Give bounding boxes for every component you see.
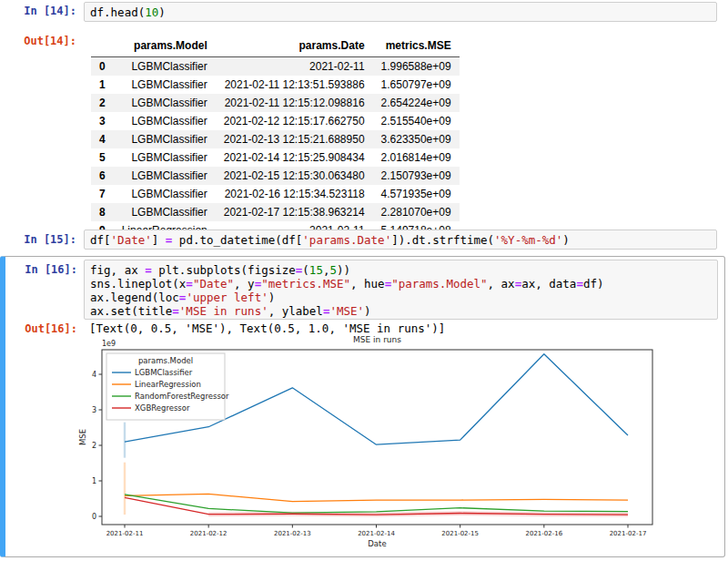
column-header: params.Date <box>216 35 373 57</box>
legend-label: XGBRegressor <box>135 403 190 413</box>
table-cell: 1.650797e+09 <box>373 76 460 94</box>
column-header: metrics.MSE <box>373 35 460 57</box>
table-cell: 3.623350e+09 <box>373 130 460 148</box>
code-line: fig, ax = plt.subplots(figsize=(15,5)) <box>90 263 712 277</box>
table-cell: 2021-02-11 12:13:51.593886 <box>216 76 373 94</box>
table-row: 4LGBMClassifier2021-02-13 12:15:21.68895… <box>91 130 460 148</box>
output-prompt: Out[14]: <box>0 35 76 47</box>
column-header <box>91 35 114 57</box>
output-prompt: Out[16]: <box>5 322 77 335</box>
code-line: ax.set(title='MSE in runs', ylabel='MSE'… <box>90 304 712 318</box>
table-cell: 2.150793e+09 <box>373 167 460 185</box>
row-index: 6 <box>91 167 114 185</box>
row-index: 0 <box>91 57 114 76</box>
table-cell: LGBMClassifier <box>114 57 216 76</box>
legend-label: RandomForestRegressor <box>135 392 229 401</box>
code-line: df['Date'] = pd.to_datetime(df['params.D… <box>90 233 711 247</box>
dataframe-table: params.Modelparams.Datemetrics.MSE0LGBMC… <box>91 35 460 240</box>
table-row: 6LGBMClassifier2021-02-15 12:15:30.06348… <box>91 167 460 185</box>
table-cell: LGBMClassifier <box>114 112 216 130</box>
column-header: params.Model <box>114 35 216 57</box>
table-row: 5LGBMClassifier2021-02-14 12:15:25.90843… <box>91 148 460 167</box>
svg-text:2021-02-16: 2021-02-16 <box>525 530 562 537</box>
svg-text:3: 3 <box>92 406 96 414</box>
notebook: In [14]: df.head(10) Out[14]: params.Mod… <box>0 0 728 561</box>
table-cell: 2021-02-17 12:15:38.963214 <box>216 203 373 221</box>
table-row: 7LGBMClassifier2021-02-16 12:15:34.52311… <box>91 185 460 203</box>
table-cell: 2021-02-11 12:15:12.098816 <box>216 94 373 112</box>
code-input[interactable]: fig, ax = plt.subplots(figsize=(15,5))sn… <box>84 260 718 320</box>
svg-text:4: 4 <box>92 371 96 379</box>
row-index: 5 <box>91 148 114 167</box>
input-prompt: In [15]: <box>0 233 76 246</box>
row-index: 2 <box>91 94 114 112</box>
code-input[interactable]: df['Date'] = pd.to_datetime(df['params.D… <box>84 230 717 250</box>
table-cell: LGBMClassifier <box>114 76 216 94</box>
table-cell: LGBMClassifier <box>114 130 216 148</box>
table-cell: LGBMClassifier <box>114 203 216 221</box>
table-row: 8LGBMClassifier2021-02-17 12:15:38.96321… <box>91 203 460 221</box>
svg-text:0: 0 <box>92 513 96 521</box>
x-axis-label: Date <box>368 539 386 548</box>
table-cell: 2.016814e+09 <box>373 148 460 167</box>
mse-line-chart: 012342021-02-112021-02-122021-02-132021-… <box>76 332 719 552</box>
table-cell: LGBMClassifier <box>114 167 216 185</box>
svg-text:2021-02-17: 2021-02-17 <box>610 530 647 537</box>
input-prompt: In [14]: <box>0 5 76 17</box>
row-index: 4 <box>91 130 114 148</box>
legend-label: LinearRegression <box>135 380 201 389</box>
table-row: 0LGBMClassifier2021-02-111.996588e+09 <box>91 57 460 76</box>
svg-text:2021-02-12: 2021-02-12 <box>190 530 228 537</box>
table-cell: 4.571935e+09 <box>373 185 460 203</box>
table-cell: LGBMClassifier <box>114 94 216 112</box>
svg-text:2021-02-13: 2021-02-13 <box>274 530 311 537</box>
input-prompt: In [16]: <box>5 263 77 276</box>
axis-offset-label: 1e9 <box>102 340 116 348</box>
table-cell: 2.281070e+09 <box>373 203 460 221</box>
selected-code-cell-16[interactable]: In [16]: fig, ax = plt.subplots(figsize=… <box>0 256 725 557</box>
table-cell: LGBMClassifier <box>114 148 216 167</box>
legend-title: params.Model <box>138 356 193 365</box>
table-row: 2LGBMClassifier2021-02-11 12:15:12.09881… <box>91 94 460 112</box>
table-cell: 2021-02-12 12:15:17.662750 <box>216 112 373 130</box>
table-cell: 2.515540e+09 <box>373 112 460 130</box>
svg-text:2021-02-14: 2021-02-14 <box>358 530 395 537</box>
row-index: 1 <box>91 76 114 94</box>
row-index: 8 <box>91 203 114 221</box>
code-line: sns.lineplot(x="Date", y="metrics.MSE", … <box>90 277 712 291</box>
svg-text:2021-02-11: 2021-02-11 <box>106 530 144 537</box>
row-index: 3 <box>91 112 114 130</box>
row-index: 7 <box>91 185 114 203</box>
table-cell: 2021-02-15 12:15:30.063480 <box>216 167 373 185</box>
svg-text:1: 1 <box>92 477 96 485</box>
code-line: df.head(10) <box>90 5 711 19</box>
table-cell: 2021-02-14 12:15:25.908434 <box>216 148 373 167</box>
table-cell: 2021-02-11 <box>216 57 373 76</box>
table-row: 3LGBMClassifier2021-02-12 12:15:17.66275… <box>91 112 460 130</box>
code-input[interactable]: df.head(10) <box>84 2 717 22</box>
chart-title: MSE in runs <box>353 335 401 344</box>
table-row: 1LGBMClassifier2021-02-11 12:13:51.59388… <box>91 76 460 94</box>
table-cell: 1.996588e+09 <box>373 57 460 76</box>
code-line: ax.legend(loc='upper left') <box>90 291 712 304</box>
svg-text:2: 2 <box>92 442 96 450</box>
table-cell: 2.654224e+09 <box>373 94 460 112</box>
chart-figure: 012342021-02-112021-02-122021-02-132021-… <box>76 332 719 552</box>
table-cell: LGBMClassifier <box>114 185 216 203</box>
table-cell: 2021-02-13 12:15:21.688950 <box>216 130 373 148</box>
legend-label: LGBMClassifier <box>135 368 193 377</box>
svg-text:2021-02-15: 2021-02-15 <box>441 530 479 537</box>
y-axis-label: MSE <box>78 429 87 445</box>
table-cell: 2021-02-16 12:15:34.523118 <box>216 185 373 203</box>
